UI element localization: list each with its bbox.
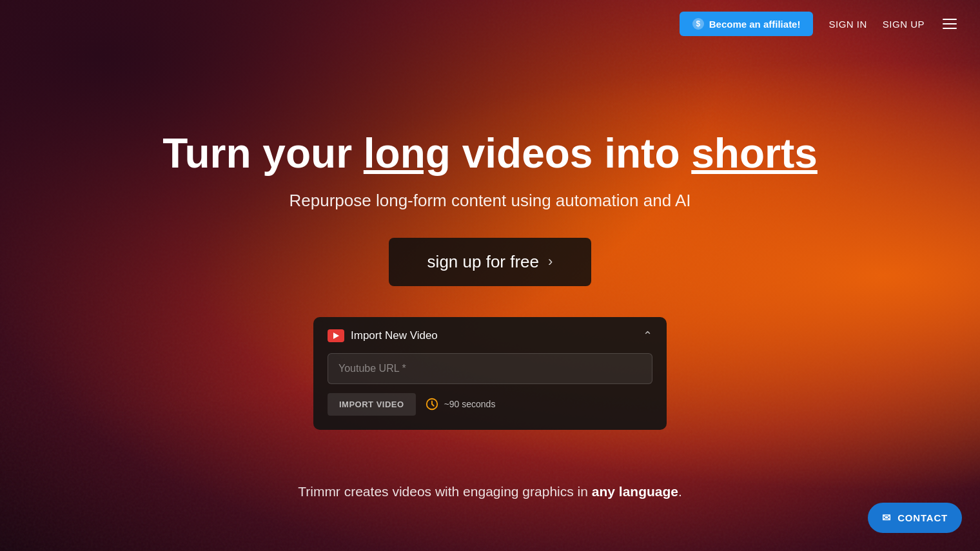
mail-icon: ✉ — [882, 512, 891, 524]
clock-icon — [425, 397, 439, 411]
hero-subtitle: Repurpose long-form content using automa… — [289, 191, 691, 211]
video-icon-badge — [328, 329, 344, 342]
hero-title-shorts: shorts — [691, 130, 818, 177]
import-title-label: Import New Video — [351, 329, 438, 342]
hero-title-long: long — [364, 130, 451, 177]
import-title: Import New Video — [328, 329, 438, 342]
contact-label: CONTACT — [897, 512, 948, 523]
play-icon — [333, 333, 339, 339]
hero-title: Turn your long videos into shorts — [162, 130, 818, 178]
chevron-right-icon: › — [548, 253, 553, 270]
contact-button[interactable]: ✉ CONTACT — [868, 503, 962, 533]
time-estimate-label: ~90 seconds — [444, 399, 496, 409]
import-actions: IMPORT VIDEO ~90 seconds — [328, 393, 652, 416]
import-widget: Import New Video ⌃ IMPORT VIDEO ~90 seco… — [313, 317, 667, 430]
hero-title-part2: videos into — [451, 130, 691, 177]
import-video-button[interactable]: IMPORT VIDEO — [328, 393, 416, 416]
import-header: Import New Video ⌃ — [328, 329, 652, 343]
signup-button[interactable]: sign up for free › — [389, 238, 592, 286]
hero-section: Turn your long videos into shorts Repurp… — [0, 9, 980, 551]
time-estimate-badge: ~90 seconds — [425, 397, 496, 411]
hero-title-part1: Turn your — [162, 130, 364, 177]
signup-label: sign up for free — [427, 252, 539, 272]
collapse-icon[interactable]: ⌃ — [643, 329, 652, 343]
youtube-url-input[interactable] — [328, 353, 652, 384]
